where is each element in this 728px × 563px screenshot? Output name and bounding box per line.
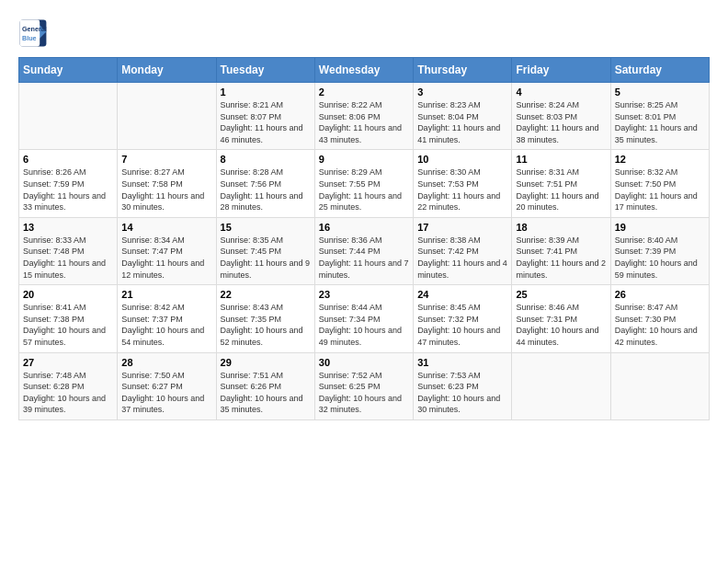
- day-number: 12: [615, 154, 705, 165]
- day-info: Sunrise: 8:32 AM Sunset: 7:50 PM Dayligh…: [615, 167, 705, 213]
- day-number: 21: [121, 289, 211, 300]
- day-number: 29: [221, 357, 311, 368]
- day-info: Sunrise: 8:39 AM Sunset: 7:41 PM Dayligh…: [516, 235, 606, 281]
- day-info: Sunrise: 8:22 AM Sunset: 8:06 PM Dayligh…: [319, 99, 409, 145]
- day-number: 26: [615, 289, 705, 300]
- calendar-cell: 20Sunrise: 8:41 AM Sunset: 7:38 PM Dayli…: [19, 285, 118, 352]
- day-info: Sunrise: 8:46 AM Sunset: 7:31 PM Dayligh…: [516, 302, 606, 348]
- calendar-cell: [19, 83, 118, 150]
- day-number: 17: [417, 222, 507, 233]
- calendar-cell: 17Sunrise: 8:38 AM Sunset: 7:42 PM Dayli…: [414, 217, 512, 284]
- day-number: 24: [417, 289, 507, 300]
- weekday-header-monday: Monday: [118, 58, 216, 83]
- day-info: Sunrise: 7:48 AM Sunset: 6:28 PM Dayligh…: [23, 370, 113, 416]
- day-number: 18: [516, 222, 606, 233]
- day-info: Sunrise: 8:30 AM Sunset: 7:53 PM Dayligh…: [417, 167, 507, 213]
- calendar-cell: 12Sunrise: 8:32 AM Sunset: 7:50 PM Dayli…: [610, 150, 709, 217]
- calendar-body: 1Sunrise: 8:21 AM Sunset: 8:07 PM Daylig…: [19, 83, 710, 420]
- day-number: 4: [516, 86, 606, 98]
- calendar-cell: 21Sunrise: 8:42 AM Sunset: 7:37 PM Dayli…: [118, 285, 216, 352]
- day-info: Sunrise: 8:45 AM Sunset: 7:32 PM Dayligh…: [417, 302, 507, 348]
- day-number: 10: [417, 154, 507, 165]
- day-info: Sunrise: 8:47 AM Sunset: 7:30 PM Dayligh…: [615, 302, 705, 348]
- calendar-cell: 14Sunrise: 8:34 AM Sunset: 7:47 PM Dayli…: [118, 217, 216, 284]
- day-number: 11: [516, 154, 606, 165]
- day-info: Sunrise: 8:26 AM Sunset: 7:59 PM Dayligh…: [23, 167, 113, 213]
- calendar-cell: [610, 352, 709, 419]
- calendar-cell: 6Sunrise: 8:26 AM Sunset: 7:59 PM Daylig…: [19, 150, 118, 217]
- day-info: Sunrise: 8:29 AM Sunset: 7:55 PM Dayligh…: [319, 167, 409, 213]
- svg-text:Blue: Blue: [22, 34, 37, 42]
- calendar-cell: 10Sunrise: 8:30 AM Sunset: 7:53 PM Dayli…: [414, 150, 512, 217]
- calendar-cell: 26Sunrise: 8:47 AM Sunset: 7:30 PM Dayli…: [610, 285, 709, 352]
- day-info: Sunrise: 8:28 AM Sunset: 7:56 PM Dayligh…: [221, 167, 311, 213]
- day-number: 22: [221, 289, 311, 300]
- calendar-cell: 3Sunrise: 8:23 AM Sunset: 8:04 PM Daylig…: [414, 83, 512, 150]
- page-header: General Blue: [18, 18, 710, 48]
- day-number: 9: [319, 154, 409, 165]
- day-number: 6: [23, 154, 113, 165]
- day-info: Sunrise: 8:24 AM Sunset: 8:03 PM Dayligh…: [516, 99, 606, 145]
- weekday-header-friday: Friday: [512, 58, 610, 83]
- calendar-week-row: 20Sunrise: 8:41 AM Sunset: 7:38 PM Dayli…: [19, 285, 710, 352]
- weekday-header-sunday: Sunday: [19, 58, 118, 83]
- logo-icon: General Blue: [18, 18, 48, 48]
- day-number: 5: [615, 86, 705, 98]
- day-info: Sunrise: 8:42 AM Sunset: 7:37 PM Dayligh…: [121, 302, 211, 348]
- calendar-table: SundayMondayTuesdayWednesdayThursdayFrid…: [18, 57, 710, 420]
- weekday-header-tuesday: Tuesday: [216, 58, 314, 83]
- calendar-cell: 5Sunrise: 8:25 AM Sunset: 8:01 PM Daylig…: [610, 83, 709, 150]
- day-number: 8: [221, 154, 311, 165]
- day-number: 28: [121, 357, 211, 368]
- day-number: 15: [221, 222, 311, 233]
- day-number: 13: [23, 222, 113, 233]
- day-info: Sunrise: 8:23 AM Sunset: 8:04 PM Dayligh…: [417, 99, 507, 145]
- day-info: Sunrise: 8:33 AM Sunset: 7:48 PM Dayligh…: [23, 235, 113, 281]
- calendar-cell: 8Sunrise: 8:28 AM Sunset: 7:56 PM Daylig…: [216, 150, 314, 217]
- calendar-cell: 23Sunrise: 8:44 AM Sunset: 7:34 PM Dayli…: [314, 285, 413, 352]
- calendar-cell: 2Sunrise: 8:22 AM Sunset: 8:06 PM Daylig…: [314, 83, 413, 150]
- calendar-cell: 25Sunrise: 8:46 AM Sunset: 7:31 PM Dayli…: [512, 285, 610, 352]
- day-info: Sunrise: 8:21 AM Sunset: 8:07 PM Dayligh…: [221, 99, 311, 145]
- calendar-week-row: 1Sunrise: 8:21 AM Sunset: 8:07 PM Daylig…: [19, 83, 710, 150]
- day-number: 27: [23, 357, 113, 368]
- weekday-header-row: SundayMondayTuesdayWednesdayThursdayFrid…: [19, 58, 710, 83]
- day-info: Sunrise: 7:50 AM Sunset: 6:27 PM Dayligh…: [121, 370, 211, 416]
- calendar-cell: 29Sunrise: 7:51 AM Sunset: 6:26 PM Dayli…: [216, 352, 314, 419]
- weekday-header-wednesday: Wednesday: [314, 58, 413, 83]
- calendar-cell: 13Sunrise: 8:33 AM Sunset: 7:48 PM Dayli…: [19, 217, 118, 284]
- day-info: Sunrise: 8:44 AM Sunset: 7:34 PM Dayligh…: [319, 302, 409, 348]
- calendar-cell: 4Sunrise: 8:24 AM Sunset: 8:03 PM Daylig…: [512, 83, 610, 150]
- day-info: Sunrise: 7:52 AM Sunset: 6:25 PM Dayligh…: [319, 370, 409, 416]
- day-number: 31: [417, 357, 507, 368]
- day-number: 14: [121, 222, 211, 233]
- day-info: Sunrise: 8:43 AM Sunset: 7:35 PM Dayligh…: [221, 302, 311, 348]
- calendar-week-row: 13Sunrise: 8:33 AM Sunset: 7:48 PM Dayli…: [19, 217, 710, 284]
- day-info: Sunrise: 8:41 AM Sunset: 7:38 PM Dayligh…: [23, 302, 113, 348]
- day-info: Sunrise: 7:51 AM Sunset: 6:26 PM Dayligh…: [221, 370, 311, 416]
- day-number: 2: [319, 86, 409, 98]
- day-number: 30: [319, 357, 409, 368]
- day-number: 23: [319, 289, 409, 300]
- weekday-header-thursday: Thursday: [414, 58, 512, 83]
- calendar-cell: 27Sunrise: 7:48 AM Sunset: 6:28 PM Dayli…: [19, 352, 118, 419]
- calendar-cell: 16Sunrise: 8:36 AM Sunset: 7:44 PM Dayli…: [314, 217, 413, 284]
- day-info: Sunrise: 8:35 AM Sunset: 7:45 PM Dayligh…: [221, 235, 311, 281]
- day-info: Sunrise: 8:40 AM Sunset: 7:39 PM Dayligh…: [615, 235, 705, 281]
- day-info: Sunrise: 8:36 AM Sunset: 7:44 PM Dayligh…: [319, 235, 409, 281]
- weekday-header-saturday: Saturday: [610, 58, 709, 83]
- day-info: Sunrise: 8:31 AM Sunset: 7:51 PM Dayligh…: [516, 167, 606, 213]
- calendar-cell: [512, 352, 610, 419]
- calendar-cell: 24Sunrise: 8:45 AM Sunset: 7:32 PM Dayli…: [414, 285, 512, 352]
- day-info: Sunrise: 8:25 AM Sunset: 8:01 PM Dayligh…: [615, 99, 705, 145]
- day-number: 16: [319, 222, 409, 233]
- day-number: 1: [221, 86, 311, 98]
- day-info: Sunrise: 8:34 AM Sunset: 7:47 PM Dayligh…: [121, 235, 211, 281]
- calendar-week-row: 6Sunrise: 8:26 AM Sunset: 7:59 PM Daylig…: [19, 150, 710, 217]
- logo: General Blue: [18, 18, 48, 48]
- calendar-cell: 30Sunrise: 7:52 AM Sunset: 6:25 PM Dayli…: [314, 352, 413, 419]
- calendar-cell: 22Sunrise: 8:43 AM Sunset: 7:35 PM Dayli…: [216, 285, 314, 352]
- day-number: 25: [516, 289, 606, 300]
- calendar-header: SundayMondayTuesdayWednesdayThursdayFrid…: [19, 58, 710, 83]
- day-number: 19: [615, 222, 705, 233]
